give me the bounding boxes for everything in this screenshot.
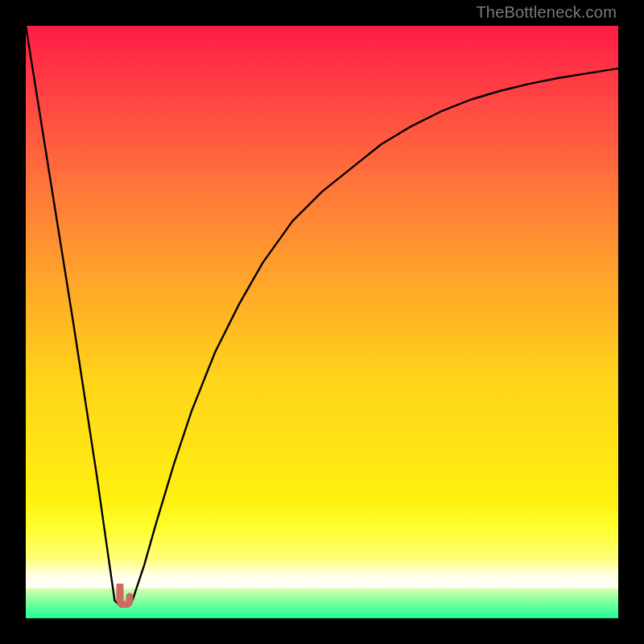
watermark-text: TheBottleneck.com bbox=[476, 3, 617, 22]
bottleneck-curve bbox=[26, 26, 618, 618]
chart-frame: TheBottleneck.com bbox=[0, 0, 644, 644]
plot-area bbox=[26, 26, 618, 618]
